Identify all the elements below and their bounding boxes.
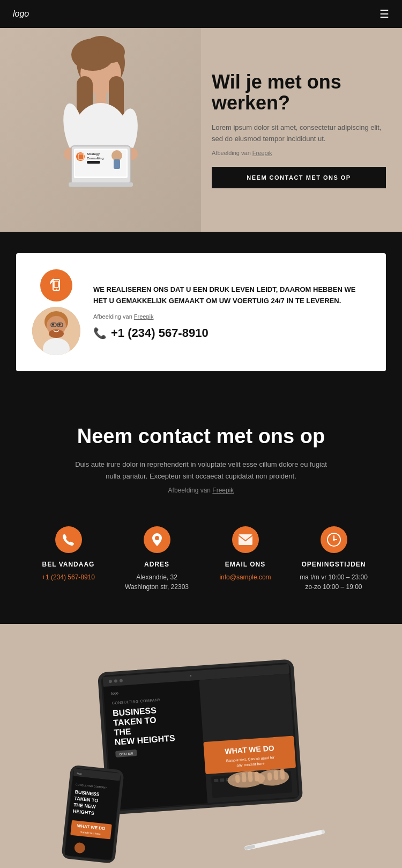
info-item-phone: BEL VANDAAG +1 (234) 567-8910 xyxy=(27,521,110,597)
hero-content: Wil je met ons werken? Lorem ipsum dolor… xyxy=(201,28,402,232)
svg-rect-21 xyxy=(114,159,120,169)
freepik-link[interactable]: Freepik xyxy=(252,150,272,156)
svg-rect-65 xyxy=(214,779,218,783)
svg-rect-90 xyxy=(65,776,120,860)
svg-rect-22 xyxy=(69,182,133,187)
phone-icon-circle xyxy=(40,269,72,301)
email-info-value[interactable]: info@sample.com xyxy=(219,572,271,582)
svg-point-41 xyxy=(333,539,335,541)
devices-illustration: ≡ logo CONSULTING COMPANY BUSINESS TAKEN… xyxy=(40,656,362,868)
devices-section: ≡ logo CONSULTING COMPANY BUSINESS TAKEN… xyxy=(0,624,402,868)
svg-rect-37 xyxy=(239,534,252,545)
contact-credit: Afbeelding van Freepik xyxy=(21,487,381,494)
phone-icon: 📞 xyxy=(93,327,107,340)
svg-rect-81 xyxy=(248,771,252,782)
svg-rect-83 xyxy=(267,773,272,781)
info-item-email: EMAIL ONS info@sample.com xyxy=(204,521,287,597)
svg-point-30 xyxy=(52,323,54,326)
hero-description: Lorem ipsum dolor sit amet, consectetur … xyxy=(212,122,386,145)
contact-section-description: Duis aute irure dolor in reprehenderit i… xyxy=(67,459,335,482)
info-item-hours: OPENINGSTIJDEN ma t/m vr 10:00 – 23:00 z… xyxy=(292,521,375,597)
hero-credit: Afbeelding van Freepik xyxy=(212,150,386,156)
person-avatar xyxy=(32,307,80,355)
avatar-illustration xyxy=(32,307,80,355)
card-credit: Afbeelding van Freepik xyxy=(93,313,370,320)
email-info-label: EMAIL ONS xyxy=(225,561,265,568)
contact-freepik-link[interactable]: Freepik xyxy=(212,487,234,494)
menu-icon[interactable]: ☰ xyxy=(379,8,389,20)
svg-rect-19 xyxy=(87,161,100,164)
address-info-icon xyxy=(144,526,170,553)
phone-info-icon xyxy=(55,526,82,553)
hours-info-icon xyxy=(321,526,347,553)
svg-point-25 xyxy=(56,289,57,290)
contact-section-title: Neem contact met ons op xyxy=(21,425,381,448)
svg-rect-82 xyxy=(254,772,259,782)
phone-svg-icon xyxy=(62,533,76,547)
contact-section: Neem contact met ons op Duis aute irure … xyxy=(0,393,402,624)
hours-info-value: ma t/m vr 10:00 – 23:00 zo-zo 10:00 – 19… xyxy=(300,572,368,592)
hero-title: Wil je met ons werken? xyxy=(212,71,386,114)
svg-point-29 xyxy=(49,329,64,338)
hero-image-area: Strategy Consulting xyxy=(0,28,201,232)
svg-text:Consulting: Consulting xyxy=(87,157,104,160)
svg-rect-84 xyxy=(273,770,278,781)
phone-info-value[interactable]: +1 (234) 567-8910 xyxy=(42,572,95,582)
svg-rect-100 xyxy=(244,830,323,851)
svg-rect-66 xyxy=(220,778,224,782)
location-svg-icon xyxy=(151,532,163,547)
svg-point-36 xyxy=(155,536,159,540)
svg-text:Strategy: Strategy xyxy=(87,152,100,156)
address-info-value: Alexandrie, 32 Washington str, 22303 xyxy=(121,572,193,592)
svg-text:logo: logo xyxy=(77,771,82,775)
svg-rect-85 xyxy=(280,769,285,780)
contact-card: WE REALISEREN ONS DAT U EEN DRUK LEVEN L… xyxy=(16,253,386,371)
svg-point-3 xyxy=(98,41,125,63)
card-freepik-link[interactable]: Freepik xyxy=(134,313,154,320)
card-phone-display: 📞 +1 (234) 567-8910 xyxy=(93,326,370,340)
svg-rect-79 xyxy=(235,775,240,783)
email-info-icon xyxy=(232,526,259,553)
card-main-text: WE REALISEREN ONS DAT U EEN DRUK LEVEN L… xyxy=(93,284,370,307)
svg-text:THE: THE xyxy=(114,727,131,737)
svg-rect-59 xyxy=(203,736,296,775)
info-grid: BEL VANDAAG +1 (234) 567-8910 ADRES Alex… xyxy=(21,521,381,597)
info-item-address: ADRES Alexandrie, 32 Washington str, 223… xyxy=(115,521,198,597)
hero-illustration: Strategy Consulting xyxy=(42,33,160,232)
email-svg-icon xyxy=(238,534,253,546)
address-info-label: ADRES xyxy=(144,561,169,568)
svg-rect-6 xyxy=(95,91,106,105)
hours-info-label: OPENINGSTIJDEN xyxy=(301,561,366,568)
navbar: logo ☰ xyxy=(0,0,402,28)
phone-number: +1 (234) 567-8910 xyxy=(111,326,209,340)
card-text-area: WE REALISEREN ONS DAT U EEN DRUK LEVEN L… xyxy=(93,284,370,340)
clock-svg-icon xyxy=(326,532,341,547)
mobile-phone-icon xyxy=(49,278,64,293)
svg-rect-80 xyxy=(241,773,246,783)
hero-person-image: Strategy Consulting xyxy=(0,28,201,232)
card-icons-area xyxy=(32,269,80,355)
contact-card-section: WE REALISEREN ONS DAT U EEN DRUK LEVEN L… xyxy=(0,232,402,393)
hero-cta-button[interactable]: NEEM CONTACT MET ONS OP xyxy=(212,167,386,188)
devices-mockup: ≡ logo CONSULTING COMPANY BUSINESS TAKEN… xyxy=(40,656,362,868)
phone-info-label: BEL VANDAAG xyxy=(42,561,95,568)
logo: logo xyxy=(13,9,29,19)
svg-point-31 xyxy=(58,323,61,326)
hero-section: Strategy Consulting Wil je met ons werke… xyxy=(0,28,402,232)
svg-rect-24 xyxy=(54,281,58,288)
